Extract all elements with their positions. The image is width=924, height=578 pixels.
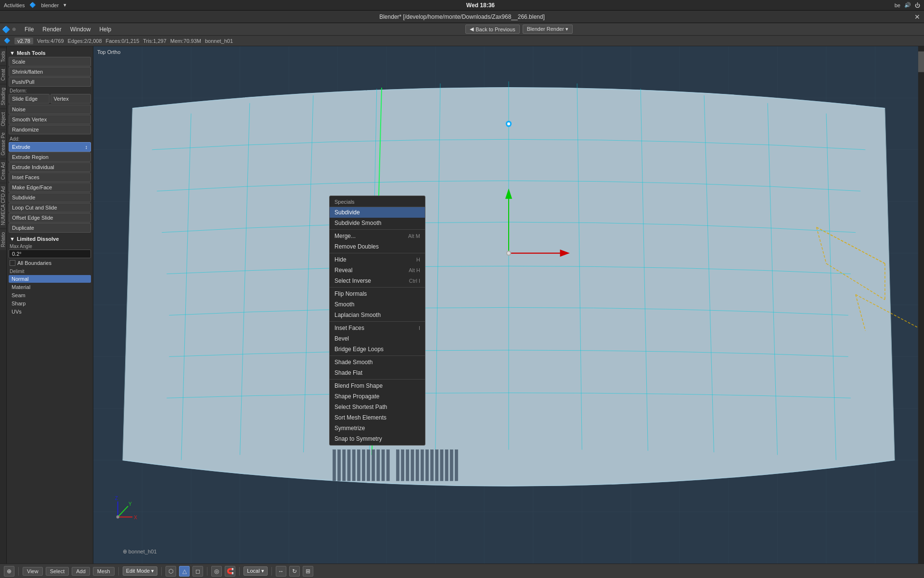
- delimit-uvs[interactable]: UVs: [9, 308, 91, 315]
- specials-shade-smooth[interactable]: Shade Smooth: [330, 357, 425, 368]
- svg-line-27: [240, 103, 250, 455]
- edge-mode-btn[interactable]: △: [179, 566, 190, 577]
- face-mode-btn[interactable]: ◻: [192, 566, 203, 577]
- back-to-previous-btn[interactable]: ◀ Back to Previous: [465, 25, 520, 34]
- transform-manipulator-btn[interactable]: ↔: [276, 566, 286, 577]
- separator-2: [118, 567, 119, 576]
- extrude-chevron-icon: ↕: [85, 144, 88, 150]
- all-boundaries-checkbox[interactable]: [10, 260, 15, 266]
- select-menu-btn[interactable]: Select: [46, 567, 69, 576]
- collapse-icon: ▼: [10, 50, 15, 56]
- sidebar-tab-crea-ad[interactable]: Crea Ad: [0, 159, 6, 183]
- dropdown-icon: ▾: [64, 2, 66, 8]
- slide-edge-btn[interactable]: Slide Edge: [9, 94, 50, 104]
- sidebar-tab-shading[interactable]: Shading: [0, 85, 6, 108]
- specials-reveal[interactable]: Reveal Alt H: [330, 265, 425, 276]
- specials-symmetrize[interactable]: Symmetrize: [330, 423, 425, 434]
- svg-line-32: [577, 83, 582, 449]
- specials-inset-faces[interactable]: Inset Faces I: [330, 323, 425, 333]
- close-icon[interactable]: ✕: [914, 13, 920, 21]
- specials-flip-normals[interactable]: Flip Normals: [330, 289, 425, 299]
- specials-shape-propagate[interactable]: Shape Propagate: [330, 391, 425, 402]
- sidebar-tab-tools[interactable]: Tools: [0, 48, 6, 65]
- specials-snap-to-symmetry[interactable]: Snap to Symmetry: [330, 434, 425, 444]
- specials-bridge-edge-loops[interactable]: Bridge Edge Loops: [330, 344, 425, 355]
- svg-rect-70: [416, 450, 419, 481]
- offset-edge-slide-btn[interactable]: Offset Edge Slide: [9, 213, 91, 223]
- local-select[interactable]: Local ▾: [244, 566, 267, 576]
- volume-icon[interactable]: 🔊: [904, 2, 911, 8]
- delimit-normal[interactable]: Normal: [9, 275, 91, 283]
- delimit-material[interactable]: Material: [9, 283, 91, 291]
- slide-edge-row: Slide Edge Vertex: [9, 94, 91, 104]
- sidebar-tab-relatio[interactable]: Relatio: [0, 229, 6, 250]
- divider-2: [330, 253, 425, 253]
- specials-merge[interactable]: Merge... Alt M: [330, 231, 425, 241]
- specials-bevel[interactable]: Bevel: [330, 333, 425, 344]
- system-bar-center: Wed 18:36: [466, 2, 495, 9]
- view-menu-btn[interactable]: View: [23, 567, 43, 576]
- specials-laplacian-smooth[interactable]: Laplacian Smooth: [330, 310, 425, 320]
- smooth-vertex-btn[interactable]: Smooth Vertex: [9, 115, 91, 124]
- randomize-btn[interactable]: Randomize: [9, 125, 91, 134]
- extrude-select[interactable]: Extrude ↕: [9, 142, 91, 152]
- scene-icon-btn[interactable]: ⊕: [4, 566, 14, 577]
- extrude-region-btn[interactable]: Extrude Region: [9, 152, 91, 162]
- sidebar-tab-object[interactable]: Object: [0, 109, 6, 129]
- extrude-individual-btn[interactable]: Extrude Individual: [9, 162, 91, 172]
- specials-select-inverse[interactable]: Select Inverse Ctrl I: [330, 276, 425, 286]
- noise-btn[interactable]: Noise: [9, 105, 91, 114]
- specials-hide[interactable]: Hide H: [330, 254, 425, 265]
- delimit-sharp[interactable]: Sharp: [9, 300, 91, 307]
- specials-shade-flat[interactable]: Shade Flat: [330, 368, 425, 378]
- viewport[interactable]: X Z Y ⊕ bonnet_h01 Top Ortho Specials Su…: [93, 46, 924, 564]
- svg-rect-63: [377, 450, 380, 481]
- duplicate-btn[interactable]: Duplicate: [9, 223, 91, 233]
- make-edge-face-btn[interactable]: Make Edge/Face: [9, 183, 91, 192]
- activities-label[interactable]: Activities: [4, 2, 25, 8]
- divider-1: [330, 229, 425, 230]
- angle-input[interactable]: 0.2°: [9, 250, 91, 258]
- sidebar-tab-create[interactable]: Creat: [0, 66, 6, 83]
- blender-label[interactable]: blender: [41, 2, 59, 8]
- specials-remove-doubles[interactable]: Remove Doubles: [330, 241, 425, 252]
- pushpull-btn[interactable]: Push/Pull: [9, 77, 91, 87]
- scale-manipulator-btn[interactable]: ⊞: [303, 566, 313, 577]
- delimit-seam[interactable]: Seam: [9, 291, 91, 299]
- system-bar: Activities 🔷 blender ▾ Wed 18:36 be 🔊 ⏻: [0, 0, 924, 11]
- rotate-manipulator-btn[interactable]: ↻: [289, 566, 300, 577]
- sidebar-tab-grease[interactable]: Grease Pe: [0, 130, 6, 158]
- tris-info: Tris:1,297: [143, 38, 167, 44]
- menu-window[interactable]: Window: [66, 25, 95, 34]
- snap-btn[interactable]: 🧲: [225, 566, 235, 577]
- inset-faces-btn[interactable]: Inset Faces: [9, 172, 91, 182]
- loop-cut-and-slide-btn[interactable]: Loop Cut and Slide: [9, 203, 91, 212]
- limited-dissolve-header[interactable]: ▼ Limited Dissolve: [9, 233, 91, 243]
- mesh-menu-btn[interactable]: Mesh: [93, 567, 115, 576]
- specials-select-shortest-path[interactable]: Select Shortest Path: [330, 402, 425, 412]
- menu-help[interactable]: Help: [95, 25, 115, 34]
- shrinkflatten-btn[interactable]: Shrink/flatten: [9, 67, 91, 77]
- svg-rect-69: [411, 450, 414, 481]
- menu-render[interactable]: Render: [38, 25, 65, 34]
- svg-line-30: [436, 83, 440, 449]
- specials-context-menu: Specials Subdivide Subdivide Smooth Merg…: [329, 196, 425, 446]
- specials-subdivide-smooth[interactable]: Subdivide Smooth: [330, 218, 425, 228]
- mode-select[interactable]: Edit Mode ▾: [123, 566, 158, 576]
- vertex-mode-btn[interactable]: ⬡: [166, 566, 176, 577]
- vertex-btn[interactable]: Vertex: [51, 94, 91, 104]
- add-menu-btn[interactable]: Add: [72, 567, 90, 576]
- renderer-select[interactable]: Blender Render ▾: [523, 25, 573, 34]
- specials-sort-mesh-elements[interactable]: Sort Mesh Elements: [330, 412, 425, 423]
- menu-file[interactable]: File: [21, 25, 38, 34]
- specials-subdivide[interactable]: Subdivide: [330, 207, 425, 218]
- power-icon[interactable]: ⏻: [915, 2, 920, 8]
- sidebar-tab-numeca[interactable]: NUMECA CFD Ad: [0, 184, 6, 228]
- specials-blend-from-shape[interactable]: Blend From Shape: [330, 381, 425, 391]
- proportional-edit-btn[interactable]: ◎: [211, 566, 222, 577]
- specials-smooth[interactable]: Smooth: [330, 299, 425, 310]
- subdivide-btn[interactable]: Subdivide: [9, 193, 91, 202]
- scale-btn[interactable]: Scale: [9, 57, 91, 66]
- mesh-tools-header[interactable]: ▼ Mesh Tools: [9, 48, 91, 57]
- edges-info: Edges:2/2,008: [68, 38, 102, 44]
